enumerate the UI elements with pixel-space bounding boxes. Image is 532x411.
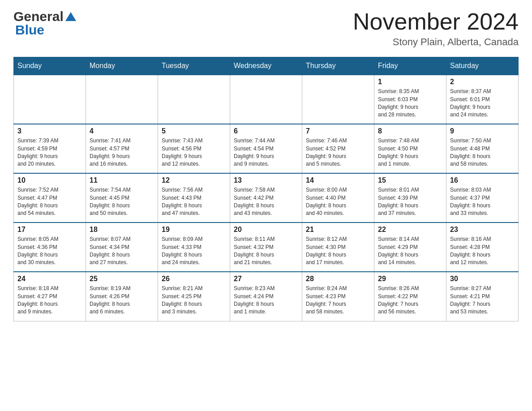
week-row-4: 17Sunrise: 8:05 AM Sunset: 4:36 PM Dayli…: [14, 223, 519, 272]
table-cell: 1Sunrise: 8:35 AM Sunset: 6:03 PM Daylig…: [374, 75, 446, 124]
logo-general-text: General: [13, 9, 64, 24]
table-cell: 8Sunrise: 7:48 AM Sunset: 4:50 PM Daylig…: [374, 124, 446, 173]
day-number: 14: [306, 176, 370, 184]
day-number: 11: [90, 176, 154, 184]
day-info: Sunrise: 8:24 AM Sunset: 4:23 PM Dayligh…: [306, 285, 370, 316]
day-number: 19: [162, 226, 226, 234]
day-number: 29: [378, 275, 442, 283]
day-number: 27: [234, 275, 298, 283]
day-info: Sunrise: 8:09 AM Sunset: 4:33 PM Dayligh…: [162, 235, 226, 267]
day-number: 30: [450, 275, 515, 283]
day-number: 18: [90, 226, 154, 234]
day-info: Sunrise: 8:21 AM Sunset: 4:25 PM Dayligh…: [162, 285, 226, 316]
table-cell: 16Sunrise: 8:03 AM Sunset: 4:37 PM Dayli…: [446, 173, 519, 223]
table-cell: [302, 75, 374, 124]
logo-blue-text: Blue: [15, 22, 44, 37]
day-info: Sunrise: 8:26 AM Sunset: 4:22 PM Dayligh…: [378, 285, 442, 316]
table-cell: [158, 75, 230, 124]
day-info: Sunrise: 8:37 AM Sunset: 6:01 PM Dayligh…: [450, 88, 515, 119]
day-info: Sunrise: 7:48 AM Sunset: 4:50 PM Dayligh…: [378, 137, 442, 168]
day-info: Sunrise: 8:01 AM Sunset: 4:39 PM Dayligh…: [378, 186, 442, 218]
day-number: 10: [17, 176, 82, 184]
day-number: 20: [234, 226, 298, 234]
table-cell: 13Sunrise: 7:58 AM Sunset: 4:42 PM Dayli…: [230, 173, 302, 223]
table-cell: [230, 75, 302, 124]
day-number: 6: [234, 127, 298, 135]
day-number: 1: [378, 78, 442, 86]
table-cell: 25Sunrise: 8:19 AM Sunset: 4:26 PM Dayli…: [86, 272, 158, 321]
table-cell: 2Sunrise: 8:37 AM Sunset: 6:01 PM Daylig…: [446, 75, 519, 124]
day-info: Sunrise: 7:54 AM Sunset: 4:45 PM Dayligh…: [90, 186, 154, 218]
calendar-table: Sunday Monday Tuesday Wednesday Thursday…: [13, 57, 519, 321]
table-cell: 28Sunrise: 8:24 AM Sunset: 4:23 PM Dayli…: [302, 272, 374, 321]
col-sunday: Sunday: [14, 57, 86, 75]
location-title: Stony Plain, Alberta, Canada: [353, 36, 519, 48]
day-info: Sunrise: 8:12 AM Sunset: 4:30 PM Dayligh…: [306, 235, 370, 267]
col-tuesday: Tuesday: [158, 57, 230, 75]
svg-marker-0: [65, 12, 76, 21]
table-cell: 22Sunrise: 8:14 AM Sunset: 4:29 PM Dayli…: [374, 223, 446, 272]
day-number: 25: [90, 275, 154, 283]
day-number: 16: [450, 176, 515, 184]
week-row-2: 3Sunrise: 7:39 AM Sunset: 4:59 PM Daylig…: [14, 124, 519, 173]
day-info: Sunrise: 7:50 AM Sunset: 4:48 PM Dayligh…: [450, 137, 515, 168]
month-title: November 2024: [353, 9, 519, 34]
day-info: Sunrise: 8:23 AM Sunset: 4:24 PM Dayligh…: [234, 285, 298, 316]
day-number: 12: [162, 176, 226, 184]
col-thursday: Thursday: [302, 57, 374, 75]
day-number: 21: [306, 226, 370, 234]
calendar-header-row: Sunday Monday Tuesday Wednesday Thursday…: [14, 57, 519, 75]
table-cell: [86, 75, 158, 124]
table-cell: 30Sunrise: 8:27 AM Sunset: 4:21 PM Dayli…: [446, 272, 519, 321]
day-info: Sunrise: 8:11 AM Sunset: 4:32 PM Dayligh…: [234, 235, 298, 267]
table-cell: 15Sunrise: 8:01 AM Sunset: 4:39 PM Dayli…: [374, 173, 446, 223]
table-cell: 27Sunrise: 8:23 AM Sunset: 4:24 PM Dayli…: [230, 272, 302, 321]
day-info: Sunrise: 7:52 AM Sunset: 4:47 PM Dayligh…: [17, 186, 82, 218]
week-row-5: 24Sunrise: 8:18 AM Sunset: 4:27 PM Dayli…: [14, 272, 519, 321]
day-number: 28: [306, 275, 370, 283]
day-number: 8: [378, 127, 442, 135]
table-cell: 18Sunrise: 8:07 AM Sunset: 4:34 PM Dayli…: [86, 223, 158, 272]
day-info: Sunrise: 7:46 AM Sunset: 4:52 PM Dayligh…: [306, 137, 370, 168]
day-number: 9: [450, 127, 515, 135]
day-info: Sunrise: 7:44 AM Sunset: 4:54 PM Dayligh…: [234, 137, 298, 168]
table-cell: 24Sunrise: 8:18 AM Sunset: 4:27 PM Dayli…: [14, 272, 86, 321]
table-cell: 19Sunrise: 8:09 AM Sunset: 4:33 PM Dayli…: [158, 223, 230, 272]
day-number: 15: [378, 176, 442, 184]
day-info: Sunrise: 8:05 AM Sunset: 4:36 PM Dayligh…: [17, 235, 82, 267]
day-number: 17: [17, 226, 82, 234]
table-cell: 5Sunrise: 7:43 AM Sunset: 4:56 PM Daylig…: [158, 124, 230, 173]
day-number: 24: [17, 275, 82, 283]
table-cell: 29Sunrise: 8:26 AM Sunset: 4:22 PM Dayli…: [374, 272, 446, 321]
day-info: Sunrise: 8:19 AM Sunset: 4:26 PM Dayligh…: [90, 285, 154, 316]
col-monday: Monday: [86, 57, 158, 75]
day-number: 23: [450, 226, 515, 234]
table-cell: 3Sunrise: 7:39 AM Sunset: 4:59 PM Daylig…: [14, 124, 86, 173]
day-number: 2: [450, 78, 515, 86]
table-cell: 9Sunrise: 7:50 AM Sunset: 4:48 PM Daylig…: [446, 124, 519, 173]
table-cell: 12Sunrise: 7:56 AM Sunset: 4:43 PM Dayli…: [158, 173, 230, 223]
table-cell: 14Sunrise: 8:00 AM Sunset: 4:40 PM Dayli…: [302, 173, 374, 223]
table-cell: 21Sunrise: 8:12 AM Sunset: 4:30 PM Dayli…: [302, 223, 374, 272]
table-cell: 23Sunrise: 8:16 AM Sunset: 4:28 PM Dayli…: [446, 223, 519, 272]
day-info: Sunrise: 8:35 AM Sunset: 6:03 PM Dayligh…: [378, 88, 442, 119]
day-info: Sunrise: 8:00 AM Sunset: 4:40 PM Dayligh…: [306, 186, 370, 218]
day-info: Sunrise: 7:41 AM Sunset: 4:57 PM Dayligh…: [90, 137, 154, 168]
col-wednesday: Wednesday: [230, 57, 302, 75]
page-header: General Blue November 2024 Stony Plain, …: [13, 9, 519, 48]
day-info: Sunrise: 7:56 AM Sunset: 4:43 PM Dayligh…: [162, 186, 226, 218]
col-saturday: Saturday: [446, 57, 519, 75]
table-cell: [14, 75, 86, 124]
day-number: 13: [234, 176, 298, 184]
day-info: Sunrise: 7:43 AM Sunset: 4:56 PM Dayligh…: [162, 137, 226, 168]
logo-triangle-icon: [64, 10, 77, 23]
table-cell: 17Sunrise: 8:05 AM Sunset: 4:36 PM Dayli…: [14, 223, 86, 272]
table-cell: 4Sunrise: 7:41 AM Sunset: 4:57 PM Daylig…: [86, 124, 158, 173]
day-number: 22: [378, 226, 442, 234]
week-row-3: 10Sunrise: 7:52 AM Sunset: 4:47 PM Dayli…: [14, 173, 519, 223]
day-info: Sunrise: 8:18 AM Sunset: 4:27 PM Dayligh…: [17, 285, 82, 316]
table-cell: 7Sunrise: 7:46 AM Sunset: 4:52 PM Daylig…: [302, 124, 374, 173]
col-friday: Friday: [374, 57, 446, 75]
day-number: 7: [306, 127, 370, 135]
week-row-1: 1Sunrise: 8:35 AM Sunset: 6:03 PM Daylig…: [14, 75, 519, 124]
